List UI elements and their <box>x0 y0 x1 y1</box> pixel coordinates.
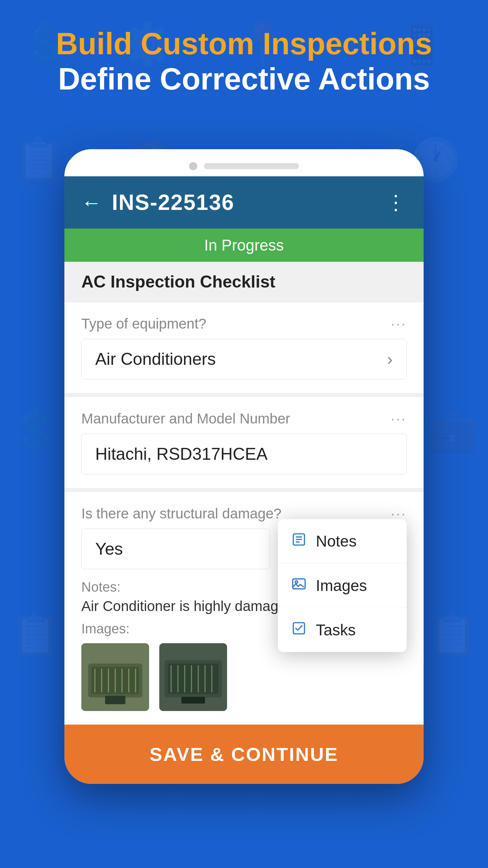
equipment-field-header: Type of equipment? ··· <box>81 316 407 332</box>
svg-point-27 <box>295 581 298 583</box>
manufacturer-field-header: Manufacturer and Model Number ··· <box>81 411 407 427</box>
svg-rect-13 <box>168 664 219 694</box>
app-header-left: ← INS-225136 <box>81 190 235 215</box>
images-icon <box>291 576 306 595</box>
hero-line2: Define Corrective Actions <box>0 61 488 97</box>
hero-line1: Build Custom Inspections <box>0 27 488 61</box>
images-row: × <box>81 643 407 725</box>
equipment-dropdown[interactable]: Air Conditioners › <box>81 339 407 379</box>
image-thumb-1[interactable]: × <box>81 643 149 711</box>
equipment-field-more[interactable]: ··· <box>391 316 407 332</box>
svg-rect-26 <box>293 579 305 589</box>
damage-field-section: Is there any structural damage? ··· Yes … <box>64 492 424 725</box>
equipment-field-label: Type of equipment? <box>81 316 206 332</box>
inspection-id: INS-225136 <box>112 190 235 215</box>
equipment-field-section: Type of equipment? ··· Air Conditioners … <box>64 302 424 397</box>
phone-mockup: ← INS-225136 ⋮ In Progress AC Inspection… <box>64 149 424 784</box>
chevron-right-icon: › <box>387 349 393 369</box>
damage-yes-field[interactable]: Yes <box>81 529 270 569</box>
notch-dot <box>189 162 197 170</box>
svg-rect-21 <box>181 697 205 704</box>
popup-tasks-item[interactable]: Tasks <box>278 608 407 652</box>
manufacturer-field-section: Manufacturer and Model Number ··· Hitach… <box>64 397 424 492</box>
notes-menu-label: Notes <box>316 532 357 550</box>
notes-icon <box>291 532 306 550</box>
damage-field-label: Is there any structural damage? <box>81 506 282 522</box>
checklist-title-bar: AC Inspection Checklist <box>64 262 424 302</box>
phone-notch <box>64 149 424 176</box>
manufacturer-text-field[interactable]: Hitachi, RSD317HCEA <box>81 434 407 474</box>
manufacturer-value: Hitachi, RSD317HCEA <box>95 445 268 463</box>
manufacturer-field-label: Manufacturer and Model Number <box>81 411 290 427</box>
damage-value: Yes <box>95 539 123 558</box>
save-button-label: SAVE & CONTINUE <box>149 744 338 765</box>
image-thumb-2[interactable]: × <box>159 643 227 711</box>
manufacturer-field-more[interactable]: ··· <box>391 411 407 427</box>
notch-bar <box>204 163 299 169</box>
app-header: ← INS-225136 ⋮ <box>64 176 424 229</box>
more-options-button[interactable]: ⋮ <box>386 191 407 214</box>
status-bar: In Progress <box>64 229 424 262</box>
tasks-icon <box>291 621 306 639</box>
tasks-menu-label: Tasks <box>316 621 356 639</box>
popup-images-item[interactable]: Images <box>278 564 407 608</box>
status-label: In Progress <box>204 236 284 254</box>
images-menu-label: Images <box>316 576 367 595</box>
save-continue-button[interactable]: SAVE & CONTINUE <box>64 725 424 784</box>
back-button[interactable]: ← <box>81 191 102 214</box>
hero-plain-text: Build <box>56 27 141 61</box>
svg-rect-10 <box>105 696 125 704</box>
popup-notes-item[interactable]: Notes <box>278 519 407 564</box>
hero-accent-text: Custom Inspections <box>141 27 432 61</box>
popup-menu: Notes Images <box>278 519 407 652</box>
equipment-value: Air Conditioners <box>95 349 216 369</box>
hero-section: Build Custom Inspections Define Correcti… <box>0 27 488 97</box>
checklist-title: AC Inspection Checklist <box>81 272 275 291</box>
